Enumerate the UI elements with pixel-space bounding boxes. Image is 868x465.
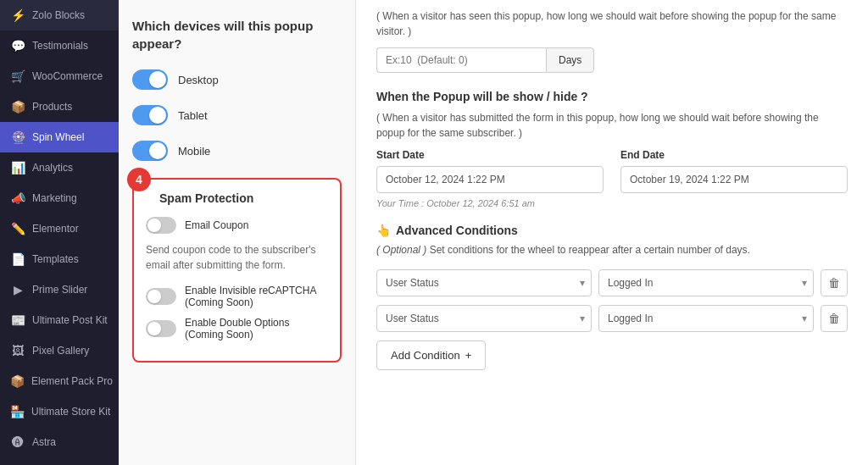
condition-2-status-wrapper: User Status [376, 305, 592, 332]
products-icon: 📦 [10, 100, 25, 113]
recaptcha-row: Enable Invisible reCAPTCHA (Coming Soon) [146, 285, 328, 308]
condition-2-status-select[interactable]: User Status [376, 305, 592, 332]
sidebar-item-marketing[interactable]: 📣 Marketing [0, 183, 119, 213]
device-section-title: Which devices will this popup appear? [132, 17, 342, 53]
condition-1-value-wrapper: Logged In [598, 269, 814, 296]
sidebar-item-zolo-blocks[interactable]: ⚡ Zolo Blocks [0, 0, 119, 30]
desktop-toggle[interactable] [132, 69, 168, 90]
analytics-icon: 📊 [10, 161, 25, 174]
device-section: Which devices will this popup appear? De… [132, 17, 342, 161]
sidebar-item-element-pack-pro[interactable]: 📦 Element Pack Pro [0, 366, 119, 396]
ultimate-store-kit-icon: 🏪 [10, 405, 25, 418]
advanced-conditions-title-text: Advanced Conditions [396, 224, 518, 237]
tablet-toggle[interactable] [132, 105, 168, 125]
woocommerce-icon: 🛒 [10, 69, 25, 83]
your-time-text: Your Time : October 12, 2024 6:51 am [376, 198, 848, 208]
days-input[interactable] [376, 47, 546, 73]
advanced-conditions-section: 👆 Advanced Conditions ( Optional ) Set c… [376, 224, 848, 370]
condition-row-2: User Status Logged In 🗑 [376, 305, 848, 332]
testimonials-icon: 💬 [10, 39, 25, 53]
double-options-label: Enable Double Options (Coming Soon) [185, 317, 328, 340]
end-date-label: End Date [620, 149, 848, 161]
recaptcha-label: Enable Invisible reCAPTCHA (Coming Soon) [185, 285, 328, 308]
double-options-row: Enable Double Options (Coming Soon) [146, 317, 328, 340]
right-panel: ( When a visitor has seen this popup, ho… [356, 0, 868, 465]
device-row-mobile: Mobile [132, 141, 342, 161]
sidebar-item-ultimate-store-kit[interactable]: 🏪 Ultimate Store Kit [0, 396, 119, 427]
end-date-input[interactable] [620, 166, 848, 193]
email-coupon-toggle[interactable] [146, 217, 176, 234]
condition-row-1: User Status Logged In 🗑 [376, 269, 848, 296]
sidebar-item-testimonials[interactable]: 💬 Testimonials [0, 30, 119, 61]
device-row-tablet: Tablet [132, 105, 342, 125]
spam-badge: 4 [127, 168, 151, 191]
sidebar-item-prime-slider[interactable]: ▶ Prime Slider [0, 274, 119, 305]
optional-label: ( Optional ) [376, 244, 426, 256]
date-row: Start Date End Date [376, 149, 848, 193]
email-coupon-label: Email Coupon [185, 219, 248, 231]
condition-2-value-select[interactable]: Logged In [598, 305, 814, 332]
mobile-label: Mobile [178, 145, 210, 158]
recaptcha-toggle[interactable] [146, 288, 176, 305]
prime-slider-icon: ▶ [10, 283, 25, 296]
elementor-icon: ✏️ [10, 222, 25, 235]
condition-1-status-select[interactable]: User Status [376, 269, 592, 296]
spam-protection-box: 4 Spam Protection Email Coupon Send coup… [132, 178, 342, 363]
start-date-group: Start Date [376, 149, 604, 193]
desktop-label: Desktop [178, 74, 219, 86]
condition-1-value-select[interactable]: Logged In [598, 269, 814, 296]
advanced-conditions-title: 👆 Advanced Conditions [376, 224, 848, 237]
show-hide-title: When the Popup will be show / hide ? [376, 90, 848, 103]
email-coupon-row: Email Coupon [146, 217, 328, 234]
sidebar-item-templates[interactable]: 📄 Templates [0, 244, 119, 274]
condition-1-status-wrapper: User Status [376, 269, 592, 296]
sidebar-item-spin-wheel[interactable]: 🎡 Spin Wheel [0, 122, 119, 152]
tablet-label: Tablet [178, 109, 208, 122]
left-panel: Which devices will this popup appear? De… [119, 0, 356, 465]
start-date-input[interactable] [376, 166, 604, 193]
add-condition-icon: + [465, 349, 472, 362]
spin-wheel-icon: 🎡 [10, 130, 25, 144]
marketing-icon: 📣 [10, 191, 25, 205]
zolo-blocks-icon: ⚡ [10, 8, 25, 22]
sidebar-item-ultimate-post-kit[interactable]: 📰 Ultimate Post Kit [0, 305, 119, 335]
days-button[interactable]: Days [546, 47, 594, 73]
start-date-label: Start Date [376, 149, 604, 161]
sidebar-item-woocommerce[interactable]: 🛒 WooCommerce [0, 61, 119, 91]
device-row-desktop: Desktop [132, 69, 342, 90]
show-hide-desc: ( When a visitor has submitted the form … [376, 110, 848, 141]
advanced-conditions-desc-text: Set conditions for the wheel to reappear… [426, 244, 750, 256]
pixel-gallery-icon: 🖼 [10, 344, 25, 357]
add-condition-button[interactable]: Add Condition + [376, 340, 486, 370]
double-options-toggle[interactable] [146, 320, 176, 337]
add-condition-label: Add Condition [391, 349, 460, 362]
ultimate-post-kit-icon: 📰 [10, 313, 25, 327]
advanced-conditions-desc: ( Optional ) Set conditions for the whee… [376, 242, 848, 257]
sidebar-item-products[interactable]: 📦 Products [0, 91, 119, 122]
condition-1-delete-button[interactable]: 🗑 [821, 269, 848, 296]
condition-2-delete-button[interactable]: 🗑 [821, 305, 848, 332]
sidebar-item-pixel-gallery[interactable]: 🖼 Pixel Gallery [0, 335, 119, 366]
email-coupon-desc: Send coupon code to the subscriber's ema… [146, 242, 328, 273]
sidebar-item-appearance[interactable]: 🎨 Appearance [0, 457, 119, 465]
mobile-toggle[interactable] [132, 141, 168, 161]
templates-icon: 📄 [10, 252, 25, 266]
days-row: Days [376, 47, 848, 73]
main-content: Which devices will this popup appear? De… [119, 0, 868, 465]
condition-2-value-wrapper: Logged In [598, 305, 814, 332]
sidebar: ⚡ Zolo Blocks 💬 Testimonials 🛒 WooCommer… [0, 0, 119, 465]
astra-icon: 🅐 [10, 435, 25, 449]
spam-title: Spam Protection [159, 191, 328, 205]
end-date-group: End Date [620, 149, 848, 193]
sidebar-item-astra[interactable]: 🅐 Astra [0, 427, 119, 457]
visitor-info-text: ( When a visitor has seen this popup, ho… [376, 8, 848, 39]
element-pack-pro-icon: 📦 [10, 374, 25, 388]
sidebar-item-analytics[interactable]: 📊 Analytics [0, 152, 119, 183]
sidebar-item-elementor[interactable]: ✏️ Elementor [0, 213, 119, 244]
advanced-conditions-icon: 👆 [376, 224, 391, 237]
